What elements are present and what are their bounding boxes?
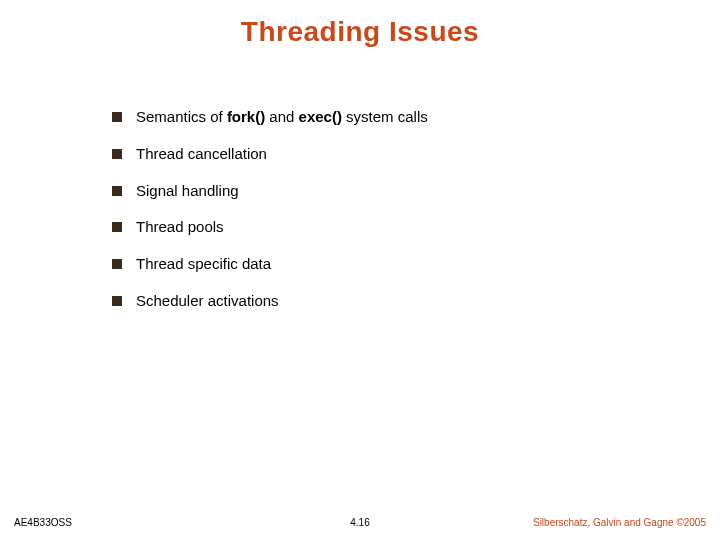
square-bullet-icon: [112, 222, 122, 232]
square-bullet-icon: [112, 149, 122, 159]
text-fragment: system calls: [342, 108, 428, 125]
list-item: Thread pools: [112, 218, 660, 237]
list-item: Semantics of fork() and exec() system ca…: [112, 108, 660, 127]
text-fragment: and: [265, 108, 298, 125]
square-bullet-icon: [112, 112, 122, 122]
text-bold: fork(): [227, 108, 265, 125]
list-item-text: Thread cancellation: [136, 145, 267, 164]
list-item-text: Signal handling: [136, 182, 239, 201]
list-item-text: Semantics of fork() and exec() system ca…: [136, 108, 428, 127]
list-item-text: Thread pools: [136, 218, 224, 237]
list-item: Thread cancellation: [112, 145, 660, 164]
list-item: Thread specific data: [112, 255, 660, 274]
slide-title: Threading Issues: [0, 16, 720, 48]
text-fragment: Semantics of: [136, 108, 227, 125]
list-item-text: Scheduler activations: [136, 292, 279, 311]
square-bullet-icon: [112, 259, 122, 269]
square-bullet-icon: [112, 296, 122, 306]
footer-copyright: Silberschatz, Galvin and Gagne ©2005: [533, 517, 706, 528]
list-item: Signal handling: [112, 182, 660, 201]
content-list: Semantics of fork() and exec() system ca…: [112, 108, 660, 329]
text-bold: exec(): [299, 108, 342, 125]
square-bullet-icon: [112, 186, 122, 196]
slide: Threading Issues Semantics of fork() and…: [0, 0, 720, 540]
list-item-text: Thread specific data: [136, 255, 271, 274]
list-item: Scheduler activations: [112, 292, 660, 311]
